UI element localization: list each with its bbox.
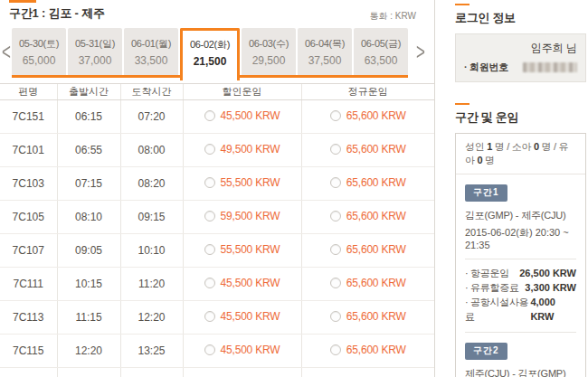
flight-table: 편명 출발시간 도착시간 할인운임 정규운임 7C151 06:15 07:20… [0,83,434,377]
regular-fare-option[interactable]: 65,600 KRW [330,210,406,222]
departure-time-cell: 07:15 [57,167,120,201]
departure-time-cell: 06:15 [57,100,120,134]
radio-icon[interactable] [204,211,215,221]
arrival-time-cell: 11:20 [120,268,183,301]
flight-number-cell: 7C105 [0,201,57,234]
fee-row: · 유류할증료 3,300 KRW [465,280,576,295]
fare-summary-area: 구간 및 운임 성인 1 명 / 소아 0 명 / 유아 0 명 구간1 [455,103,586,377]
separator: / [554,141,556,152]
passenger-counts: 성인 1 명 / 소아 0 명 / 유아 0 명 [456,134,585,174]
arrival-time-cell: 10:10 [120,234,183,268]
discount-fare-option[interactable]: 45,500 KRW [204,109,280,122]
date-tab-0[interactable]: 05-30(토) 65,000 [12,28,66,75]
segment-1-route: 김포(GMP) - 제주(CJU) [465,209,576,222]
separator: / [507,141,509,152]
radio-icon[interactable] [204,144,215,155]
discount-fare-option[interactable]: 55,500 KRW [204,176,280,189]
regular-fare-option[interactable]: 65,600 KRW [330,344,406,356]
table-row: 7C115 12:20 13:25 45,500 KRW 65,600 KRW [0,335,434,368]
regular-fare-option[interactable]: 65,600 KRW [330,109,406,122]
arrival-time-cell: 07:20 [120,100,183,134]
arrival-time-cell: 09:15 [120,201,183,234]
flight-number-cell: 7C101 [0,134,57,167]
radio-icon[interactable] [330,244,341,255]
currency-label: 통화 : KRW [370,10,416,23]
segment-2-summary: 구간2 제주(CJU) - 김포(GMP) 2015-06-03(수) 21:2… [465,332,576,377]
regular-fare-option[interactable]: 65,600 KRW [330,143,406,156]
segment-1-schedule: 2015-06-02(화) 20:30 ~ 21:35 [465,226,576,250]
radio-icon[interactable] [204,177,215,188]
radio-icon[interactable] [204,110,215,121]
discount-fare-option[interactable]: 55,500 KRW [204,243,280,256]
discount-fare-option[interactable]: 45,500 KRW [204,344,280,356]
date-tab-1[interactable]: 05-31(일) 37,000 [68,28,122,75]
table-row: 7C111 10:15 11:20 45,500 KRW 65,600 KRW [0,268,434,301]
regular-fare-option[interactable]: 65,600 KRW [330,243,406,256]
fee-row: · 공항시설사용료 4,000 KRW [465,295,576,324]
fare-accent-bar [455,103,469,105]
date-tab-6[interactable]: 06-05(금) 63,500 [354,28,408,75]
radio-icon[interactable] [330,278,341,288]
login-section-title: 로그인 정보 [455,10,586,26]
arrival-time-cell: 12:20 [120,301,183,335]
flight-number-cell: 7C111 [0,268,57,301]
regular-fare-option[interactable]: 65,600 KRW [330,176,406,189]
table-header-row: 편명 출발시간 도착시간 할인운임 정규운임 [0,84,434,100]
fee-row: · 항공운임 26,500 KRW [465,266,576,280]
departure-time-cell: 12:20 [57,335,120,368]
radio-icon[interactable] [204,244,215,255]
fare-summary-box: 성인 1 명 / 소아 0 명 / 유아 0 명 구간1 김포(GMP) - 제… [455,133,586,377]
radio-icon[interactable] [330,110,341,121]
login-info-box: 임주희 님 · 회원번호 [455,33,586,82]
flight-number-cell: 7C103 [0,167,57,201]
date-tab-strip: < 05-30(토) 65,000 05-31(일) 37,000 06-01(… [0,28,434,80]
prev-dates-button[interactable]: < [1,41,12,64]
discount-fare-option[interactable]: 49,500 KRW [204,143,280,156]
table-row: 7C105 08:10 09:15 59,500 KRW 65,600 KRW [0,201,434,234]
radio-icon[interactable] [330,144,341,155]
radio-icon[interactable] [204,344,215,355]
user-name: 임주희 님 [464,39,577,61]
segment-2-badge: 구간2 [465,343,507,360]
radio-icon[interactable] [330,211,341,221]
chevron-left-icon: < [2,35,11,71]
departure-time-cell: 11:15 [57,301,120,335]
col-departure: 출발시간 [57,84,120,100]
table-row: 7C117 13:40 14:45 37,500 KRW 65,600 KRW [0,368,434,377]
member-number-label: · 회원번호 [464,61,508,74]
regular-fare-option[interactable]: 65,600 KRW [330,310,406,323]
arrival-time-cell: 14:45 [120,368,183,377]
regular-fare-option[interactable]: 65,600 KRW [330,277,406,289]
departure-time-cell: 06:55 [57,134,120,167]
date-tab-4[interactable]: 06-03(수) 29,500 [242,28,296,75]
radio-icon[interactable] [330,344,341,355]
col-regular-fare: 정규운임 [301,84,434,100]
date-tab-5[interactable]: 06-04(목) 37,500 [298,28,352,75]
col-arrival: 도착시간 [120,84,183,100]
radio-icon[interactable] [204,278,215,288]
table-row: 7C103 07:15 08:20 55,500 KRW 65,600 KRW [0,167,434,201]
discount-fare-option[interactable]: 45,500 KRW [204,310,280,323]
discount-fare-option[interactable]: 45,500 KRW [204,277,280,289]
chevron-right-icon: > [416,35,425,71]
login-accent-bar [455,4,469,5]
radio-icon[interactable] [204,311,215,322]
segment-1-summary: 구간1 김포(GMP) - 제주(CJU) 2015-06-02(화) 20:3… [456,174,585,332]
departure-time-cell: 10:15 [57,268,120,301]
date-tab-2[interactable]: 06-01(월) 33,500 [124,28,178,75]
radio-icon[interactable] [330,311,341,322]
title-accent-bar [9,0,36,3]
fare-section-title: 구간 및 운임 [455,109,586,126]
segment-1-badge: 구간1 [465,184,507,202]
date-tab-3-selected[interactable]: 06-02(화) 21,500 [180,28,240,80]
discount-fare-option[interactable]: 59,500 KRW [204,210,280,222]
table-row: 7C101 06:55 08:00 49,500 KRW 65,600 KRW [0,134,434,167]
radio-icon[interactable] [330,177,341,188]
summary-sidebar: 로그인 정보 임주희 님 · 회원번호 구간 및 운임 성인 1 명 / 소아 … [435,0,588,377]
flight-number-cell: 7C117 [0,368,57,377]
segment-2-route: 제주(CJU) - 김포(GMP) [465,367,576,377]
next-dates-button[interactable]: > [415,41,426,64]
departure-time-cell: 13:40 [57,368,120,377]
flight-number-cell: 7C113 [0,301,57,335]
member-number-redacted [523,62,577,72]
